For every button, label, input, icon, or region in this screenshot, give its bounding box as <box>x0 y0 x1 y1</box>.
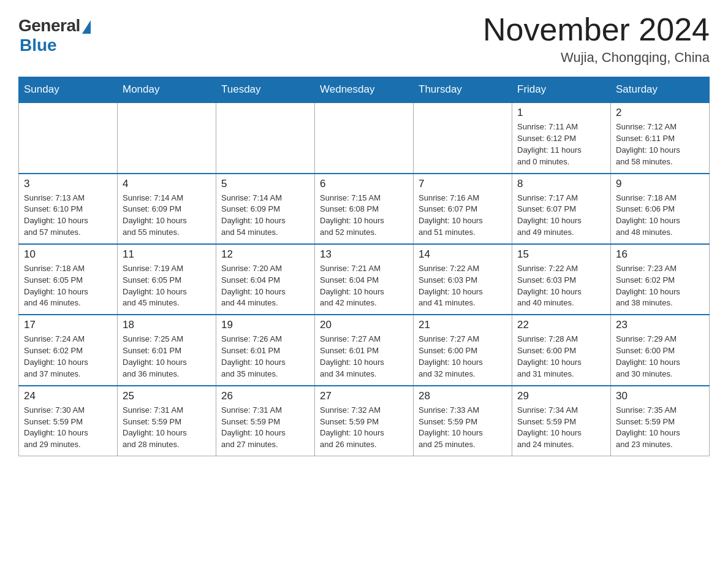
weekday-header-tuesday: Tuesday <box>216 77 315 103</box>
day-number: 5 <box>221 178 309 190</box>
weekday-header-wednesday: Wednesday <box>315 77 414 103</box>
calendar-cell-w3d3: 12Sunrise: 7:20 AM Sunset: 6:04 PM Dayli… <box>216 244 315 315</box>
day-number: 13 <box>320 248 408 261</box>
day-info: Sunrise: 7:30 AM Sunset: 5:59 PM Dayligh… <box>24 405 112 451</box>
day-info: Sunrise: 7:16 AM Sunset: 6:07 PM Dayligh… <box>419 193 507 239</box>
calendar-cell-w5d1: 24Sunrise: 7:30 AM Sunset: 5:59 PM Dayli… <box>19 386 118 456</box>
calendar-cell-w1d1 <box>19 102 118 173</box>
week-row-3: 10Sunrise: 7:18 AM Sunset: 6:05 PM Dayli… <box>19 244 710 315</box>
day-info: Sunrise: 7:17 AM Sunset: 6:07 PM Dayligh… <box>517 193 605 239</box>
logo-blue-text: Blue <box>20 36 57 55</box>
day-number: 23 <box>616 319 704 331</box>
day-info: Sunrise: 7:25 AM Sunset: 6:01 PM Dayligh… <box>123 334 211 380</box>
logo-triangle-icon <box>82 20 91 34</box>
week-row-2: 3Sunrise: 7:13 AM Sunset: 6:10 PM Daylig… <box>19 174 710 244</box>
day-number: 27 <box>320 390 408 402</box>
day-number: 6 <box>320 178 408 190</box>
day-number: 21 <box>419 319 507 331</box>
day-info: Sunrise: 7:11 AM Sunset: 6:12 PM Dayligh… <box>517 121 605 167</box>
calendar-table: SundayMondayTuesdayWednesdayThursdayFrid… <box>18 77 710 456</box>
day-info: Sunrise: 7:27 AM Sunset: 6:00 PM Dayligh… <box>419 334 507 380</box>
day-number: 29 <box>517 390 605 402</box>
day-number: 26 <box>221 390 309 402</box>
day-info: Sunrise: 7:32 AM Sunset: 5:59 PM Dayligh… <box>320 405 408 451</box>
calendar-cell-w3d4: 13Sunrise: 7:21 AM Sunset: 6:04 PM Dayli… <box>315 244 414 315</box>
calendar-cell-w1d4 <box>315 102 414 173</box>
calendar-cell-w1d2 <box>118 102 216 173</box>
day-number: 20 <box>320 319 408 331</box>
calendar-cell-w2d1: 3Sunrise: 7:13 AM Sunset: 6:10 PM Daylig… <box>19 174 118 244</box>
calendar-cell-w3d1: 10Sunrise: 7:18 AM Sunset: 6:05 PM Dayli… <box>19 244 118 315</box>
calendar-cell-w4d5: 21Sunrise: 7:27 AM Sunset: 6:00 PM Dayli… <box>414 315 512 385</box>
day-number: 30 <box>616 390 704 402</box>
day-info: Sunrise: 7:14 AM Sunset: 6:09 PM Dayligh… <box>123 193 211 239</box>
day-info: Sunrise: 7:26 AM Sunset: 6:01 PM Dayligh… <box>221 334 309 380</box>
day-info: Sunrise: 7:23 AM Sunset: 6:02 PM Dayligh… <box>616 263 704 309</box>
day-info: Sunrise: 7:24 AM Sunset: 6:02 PM Dayligh… <box>24 334 112 380</box>
calendar-cell-w3d6: 15Sunrise: 7:22 AM Sunset: 6:03 PM Dayli… <box>512 244 611 315</box>
day-number: 11 <box>123 248 211 261</box>
day-info: Sunrise: 7:12 AM Sunset: 6:11 PM Dayligh… <box>616 121 704 167</box>
calendar-cell-w5d4: 27Sunrise: 7:32 AM Sunset: 5:59 PM Dayli… <box>315 386 414 456</box>
calendar-cell-w4d6: 22Sunrise: 7:28 AM Sunset: 6:00 PM Dayli… <box>512 315 611 385</box>
logo: General Blue <box>18 12 91 55</box>
day-info: Sunrise: 7:31 AM Sunset: 5:59 PM Dayligh… <box>221 405 309 451</box>
day-number: 28 <box>419 390 507 402</box>
day-info: Sunrise: 7:28 AM Sunset: 6:00 PM Dayligh… <box>517 334 605 380</box>
day-info: Sunrise: 7:19 AM Sunset: 6:05 PM Dayligh… <box>123 263 211 309</box>
day-info: Sunrise: 7:29 AM Sunset: 6:00 PM Dayligh… <box>616 334 704 380</box>
day-number: 4 <box>123 178 211 190</box>
day-info: Sunrise: 7:14 AM Sunset: 6:09 PM Dayligh… <box>221 193 309 239</box>
day-number: 1 <box>517 107 605 119</box>
day-number: 16 <box>616 248 704 261</box>
day-number: 9 <box>616 178 704 190</box>
day-info: Sunrise: 7:27 AM Sunset: 6:01 PM Dayligh… <box>320 334 408 380</box>
day-number: 2 <box>616 107 704 119</box>
day-number: 19 <box>221 319 309 331</box>
calendar-cell-w5d6: 29Sunrise: 7:34 AM Sunset: 5:59 PM Dayli… <box>512 386 611 456</box>
calendar-cell-w1d7: 2Sunrise: 7:12 AM Sunset: 6:11 PM Daylig… <box>611 102 710 173</box>
day-info: Sunrise: 7:35 AM Sunset: 5:59 PM Dayligh… <box>616 405 704 451</box>
calendar-cell-w5d3: 26Sunrise: 7:31 AM Sunset: 5:59 PM Dayli… <box>216 386 315 456</box>
day-number: 15 <box>517 248 605 261</box>
day-number: 12 <box>221 248 309 261</box>
week-row-4: 17Sunrise: 7:24 AM Sunset: 6:02 PM Dayli… <box>19 315 710 385</box>
calendar-cell-w5d7: 30Sunrise: 7:35 AM Sunset: 5:59 PM Dayli… <box>611 386 710 456</box>
day-info: Sunrise: 7:18 AM Sunset: 6:05 PM Dayligh… <box>24 263 112 309</box>
day-number: 18 <box>123 319 211 331</box>
day-number: 14 <box>419 248 507 261</box>
calendar-cell-w3d2: 11Sunrise: 7:19 AM Sunset: 6:05 PM Dayli… <box>118 244 216 315</box>
calendar-cell-w2d2: 4Sunrise: 7:14 AM Sunset: 6:09 PM Daylig… <box>118 174 216 244</box>
calendar-cell-w1d5 <box>414 102 512 173</box>
weekday-header-friday: Friday <box>512 77 611 103</box>
calendar-cell-w2d7: 9Sunrise: 7:18 AM Sunset: 6:06 PM Daylig… <box>611 174 710 244</box>
day-info: Sunrise: 7:21 AM Sunset: 6:04 PM Dayligh… <box>320 263 408 309</box>
calendar-cell-w5d5: 28Sunrise: 7:33 AM Sunset: 5:59 PM Dayli… <box>414 386 512 456</box>
page-header: General Blue November 2024 Wujia, Chongq… <box>18 12 710 66</box>
calendar-cell-w4d4: 20Sunrise: 7:27 AM Sunset: 6:01 PM Dayli… <box>315 315 414 385</box>
day-info: Sunrise: 7:18 AM Sunset: 6:06 PM Dayligh… <box>616 193 704 239</box>
title-block: November 2024 Wujia, Chongqing, China <box>483 12 710 66</box>
logo-general-text: General <box>18 16 80 36</box>
calendar-cell-w4d2: 18Sunrise: 7:25 AM Sunset: 6:01 PM Dayli… <box>118 315 216 385</box>
week-row-1: 1Sunrise: 7:11 AM Sunset: 6:12 PM Daylig… <box>19 102 710 173</box>
day-number: 3 <box>24 178 112 190</box>
day-info: Sunrise: 7:20 AM Sunset: 6:04 PM Dayligh… <box>221 263 309 309</box>
day-number: 8 <box>517 178 605 190</box>
day-number: 10 <box>24 248 112 261</box>
day-info: Sunrise: 7:15 AM Sunset: 6:08 PM Dayligh… <box>320 193 408 239</box>
calendar-cell-w2d3: 5Sunrise: 7:14 AM Sunset: 6:09 PM Daylig… <box>216 174 315 244</box>
calendar-cell-w1d6: 1Sunrise: 7:11 AM Sunset: 6:12 PM Daylig… <box>512 102 611 173</box>
day-number: 22 <box>517 319 605 331</box>
calendar-cell-w1d3 <box>216 102 315 173</box>
calendar-cell-w5d2: 25Sunrise: 7:31 AM Sunset: 5:59 PM Dayli… <box>118 386 216 456</box>
calendar-cell-w3d5: 14Sunrise: 7:22 AM Sunset: 6:03 PM Dayli… <box>414 244 512 315</box>
location-title: Wujia, Chongqing, China <box>483 50 710 66</box>
calendar-cell-w4d1: 17Sunrise: 7:24 AM Sunset: 6:02 PM Dayli… <box>19 315 118 385</box>
day-number: 17 <box>24 319 112 331</box>
calendar-cell-w2d6: 8Sunrise: 7:17 AM Sunset: 6:07 PM Daylig… <box>512 174 611 244</box>
day-info: Sunrise: 7:13 AM Sunset: 6:10 PM Dayligh… <box>24 193 112 239</box>
day-info: Sunrise: 7:34 AM Sunset: 5:59 PM Dayligh… <box>517 405 605 451</box>
weekday-header-sunday: Sunday <box>19 77 118 103</box>
day-info: Sunrise: 7:33 AM Sunset: 5:59 PM Dayligh… <box>419 405 507 451</box>
